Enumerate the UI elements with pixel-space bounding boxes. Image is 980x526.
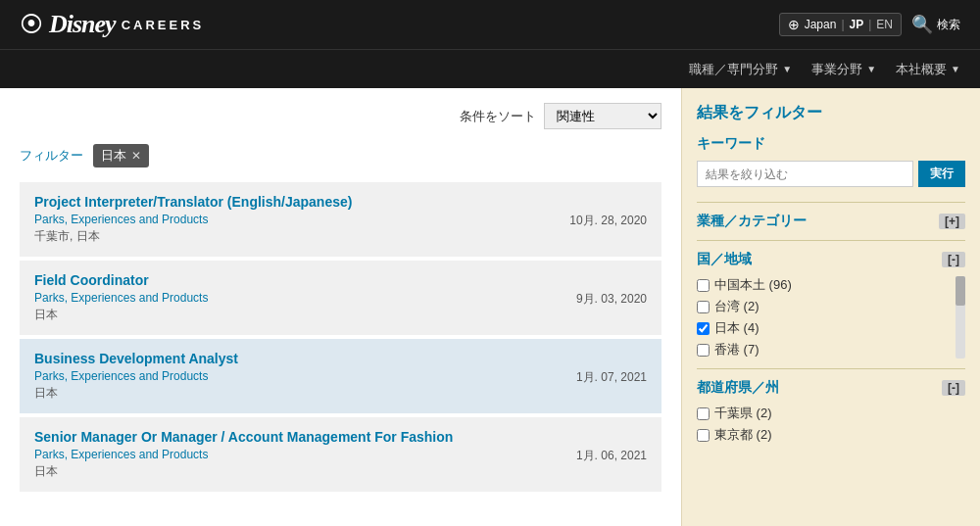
- pref-chiba-checkbox[interactable]: [697, 407, 710, 420]
- nav-job-type[interactable]: 職種／専門分野 ▼: [689, 61, 792, 78]
- region-list: 中国本土 (96) 台湾 (2) 日本 (4): [697, 276, 965, 359]
- region-china-checkbox[interactable]: [697, 279, 710, 292]
- sort-select[interactable]: 関連性 新着順 古い順: [544, 103, 662, 129]
- region-japan-text: 日本 (4): [714, 319, 760, 337]
- careers-logo-text: CAREERS: [122, 18, 205, 32]
- search-button[interactable]: 🔍 検索: [911, 14, 960, 35]
- region-checkboxes: 中国本土 (96) 台湾 (2) 日本 (4): [697, 276, 965, 359]
- sidebar-title: 結果をフィルター: [697, 103, 965, 123]
- job-date: 1月. 06, 2021: [576, 448, 647, 464]
- close-icon[interactable]: ✕: [131, 149, 141, 163]
- disney-logo: Disney: [49, 10, 116, 39]
- filter-bar-label: フィルター: [20, 147, 83, 165]
- region-taiwan-text: 台湾 (2): [714, 298, 760, 315]
- pref-chiba-label: 千葉県 (2): [697, 405, 772, 422]
- job-list: Project Interpreter/Translator (English/…: [20, 182, 662, 494]
- job-location: 日本: [34, 385, 208, 402]
- mickey-icon: ⦿: [20, 11, 43, 38]
- list-item: 日本 (4): [697, 319, 965, 337]
- lang-jp-btn[interactable]: JP: [850, 18, 864, 31]
- region-hongkong-checkbox[interactable]: [697, 344, 710, 357]
- sort-bar: 条件をソート 関連性 新着順 古い順: [20, 103, 662, 129]
- table-row: Field Coordinator Parks, Experiences and…: [20, 261, 662, 337]
- job-location: 日本: [34, 463, 208, 480]
- job-category: Parks, Experiences and Products: [34, 369, 208, 383]
- region-china-label: 中国本土 (96): [697, 276, 792, 294]
- job-category: Parks, Experiences and Products: [34, 448, 208, 461]
- list-item: 香港 (7): [697, 341, 965, 359]
- job-meta-left: Parks, Experiences and Products 千葉市, 日本: [34, 213, 208, 245]
- table-row: Business Development Analyst Parks, Expe…: [20, 339, 662, 415]
- filter-tag-japan[interactable]: 日本 ✕: [93, 144, 149, 167]
- site-header: ⦿ Disney CAREERS ⊕ Japan | JP | EN 🔍 検索: [0, 0, 980, 49]
- pref-tokyo-checkbox[interactable]: [697, 429, 710, 442]
- content-area: 条件をソート 関連性 新着順 古い順 フィルター 日本 ✕ Project In…: [0, 88, 681, 526]
- filter-sidebar: 結果をフィルター キーワード 実行 業種／カテゴリー [+] 国／地域 [-]: [681, 88, 980, 526]
- region-label: Japan: [805, 18, 837, 31]
- table-row: Senior Manager Or Manager / Account Mana…: [20, 417, 662, 494]
- job-category: Parks, Experiences and Products: [34, 291, 208, 305]
- search-icon: 🔍: [911, 14, 933, 35]
- region-section-label: 国／地域: [697, 251, 752, 268]
- job-date: 10月. 28, 2020: [569, 213, 647, 229]
- lang-en-btn[interactable]: EN: [876, 18, 893, 31]
- region-taiwan-checkbox[interactable]: [697, 301, 710, 313]
- region-filter-section: 国／地域 [-] 中国本土 (96) 台湾 (2): [697, 240, 965, 359]
- prefecture-checkboxes: 千葉県 (2) 東京都 (2): [697, 405, 965, 444]
- main-container: 条件をソート 関連性 新着順 古い順 フィルター 日本 ✕ Project In…: [0, 88, 980, 526]
- language-selector[interactable]: ⊕ Japan | JP | EN: [779, 13, 902, 36]
- list-item: 東京都 (2): [697, 426, 965, 444]
- region-japan-label: 日本 (4): [697, 319, 760, 337]
- header-right: ⊕ Japan | JP | EN 🔍 検索: [779, 13, 960, 36]
- list-item: 千葉県 (2): [697, 405, 965, 422]
- category-section-header[interactable]: 業種／カテゴリー [+]: [697, 213, 965, 230]
- logo-container: ⦿ Disney CAREERS: [20, 10, 204, 39]
- job-meta: Parks, Experiences and Products 日本 9月. 0…: [34, 291, 647, 323]
- category-toggle[interactable]: [+]: [939, 214, 965, 229]
- scrollbar[interactable]: [956, 276, 965, 359]
- job-meta-left: Parks, Experiences and Products 日本: [34, 291, 208, 323]
- region-section-header[interactable]: 国／地域 [-]: [697, 251, 965, 268]
- pref-tokyo-label: 東京都 (2): [697, 426, 772, 444]
- main-nav: 職種／専門分野 ▼ 事業分野 ▼ 本社概要 ▼: [0, 49, 980, 88]
- region-hongkong-label: 香港 (7): [697, 341, 760, 359]
- category-section-label: 業種／カテゴリー: [697, 213, 807, 230]
- prefecture-toggle[interactable]: [-]: [942, 380, 965, 396]
- search-label: 検索: [937, 17, 960, 33]
- job-title-link[interactable]: Senior Manager Or Manager / Account Mana…: [34, 429, 453, 445]
- list-item: 台湾 (2): [697, 298, 965, 315]
- nav-business-area-label: 事業分野: [811, 61, 862, 78]
- nav-about-label: 本社概要: [896, 61, 947, 78]
- prefecture-section-label: 都道府県／州: [697, 379, 779, 397]
- table-row: Project Interpreter/Translator (English/…: [20, 182, 662, 259]
- job-title-link[interactable]: Business Development Analyst: [34, 351, 238, 366]
- chevron-down-icon: ▼: [866, 64, 876, 74]
- region-taiwan-label: 台湾 (2): [697, 298, 760, 315]
- job-date: 1月. 07, 2021: [576, 369, 647, 386]
- keyword-submit-button[interactable]: 実行: [918, 161, 965, 187]
- job-category: Parks, Experiences and Products: [34, 213, 208, 226]
- search-input[interactable]: [697, 161, 913, 187]
- job-meta: Parks, Experiences and Products 千葉市, 日本 …: [34, 213, 647, 245]
- nav-business-area[interactable]: 事業分野 ▼: [811, 61, 876, 78]
- region-hongkong-text: 香港 (7): [714, 341, 760, 359]
- chevron-down-icon: ▼: [782, 64, 792, 74]
- scroll-thumb: [956, 276, 965, 306]
- nav-about[interactable]: 本社概要 ▼: [896, 61, 960, 78]
- job-location: 日本: [34, 307, 208, 323]
- region-china-text: 中国本土 (96): [714, 276, 792, 294]
- prefecture-section-header[interactable]: 都道府県／州 [-]: [697, 379, 965, 397]
- globe-icon: ⊕: [788, 17, 800, 32]
- prefecture-filter-section: 都道府県／州 [-] 千葉県 (2) 東京都 (2): [697, 368, 965, 444]
- job-title-link[interactable]: Project Interpreter/Translator (English/…: [34, 194, 352, 210]
- filter-bar: フィルター 日本 ✕: [20, 144, 662, 167]
- job-meta-left: Parks, Experiences and Products 日本: [34, 369, 208, 402]
- region-japan-checkbox[interactable]: [697, 322, 710, 335]
- job-meta-left: Parks, Experiences and Products 日本: [34, 448, 208, 480]
- pref-tokyo-text: 東京都 (2): [714, 426, 772, 444]
- job-meta: Parks, Experiences and Products 日本 1月. 0…: [34, 448, 647, 480]
- nav-items: 職種／専門分野 ▼ 事業分野 ▼ 本社概要 ▼: [689, 61, 960, 78]
- list-item: 中国本土 (96): [697, 276, 965, 294]
- job-title-link[interactable]: Field Coordinator: [34, 272, 149, 288]
- region-toggle[interactable]: [-]: [942, 252, 965, 267]
